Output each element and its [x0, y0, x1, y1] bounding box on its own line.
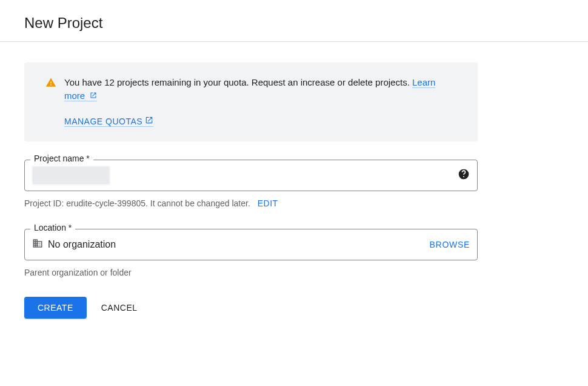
location-helper: Parent organization or folder: [24, 268, 478, 277]
location-field: Location * No organization BROWSE Parent…: [24, 229, 478, 277]
quota-text: You have 12 projects remaining in your q…: [64, 76, 464, 127]
project-name-field: Project name * Project ID: erudite-cycle…: [24, 160, 478, 208]
project-name-label: Project name *: [30, 154, 93, 163]
location-input[interactable]: No organization BROWSE: [24, 229, 478, 260]
project-id-suffix: . It cannot be changed later.: [145, 198, 250, 208]
external-link-icon: [145, 116, 153, 126]
quota-notice: You have 12 projects remaining in your q…: [24, 63, 478, 141]
browse-button[interactable]: BROWSE: [430, 240, 470, 249]
manage-quotas-label: MANAGE QUOTAS: [64, 117, 142, 126]
project-name-value-redacted: [32, 166, 110, 185]
quota-message-text: You have 12 projects remaining in your q…: [64, 77, 412, 87]
help-icon[interactable]: [458, 168, 470, 183]
edit-project-id-link[interactable]: EDIT: [258, 198, 278, 208]
organization-icon: [32, 238, 43, 251]
project-id-helper: Project ID: erudite-cycle-399805. It can…: [24, 198, 478, 208]
project-id-value: erudite-cycle-399805: [66, 198, 145, 208]
form-content: You have 12 projects remaining in your q…: [24, 42, 478, 319]
cancel-button[interactable]: CANCEL: [101, 303, 138, 313]
page-title: New Project: [24, 15, 564, 32]
external-link-icon: [90, 90, 97, 101]
location-value: No organization: [48, 239, 116, 250]
create-button[interactable]: CREATE: [24, 297, 87, 319]
warning-icon: [38, 76, 64, 88]
manage-quotas-link[interactable]: MANAGE QUOTAS: [64, 116, 153, 127]
project-name-input[interactable]: [24, 160, 478, 191]
location-label: Location *: [30, 223, 75, 232]
project-id-prefix: Project ID:: [24, 198, 66, 208]
quota-message: You have 12 projects remaining in your q…: [64, 76, 452, 103]
new-project-page: New Project You have 12 projects remaini…: [0, 0, 588, 319]
button-row: CREATE CANCEL: [24, 297, 478, 319]
